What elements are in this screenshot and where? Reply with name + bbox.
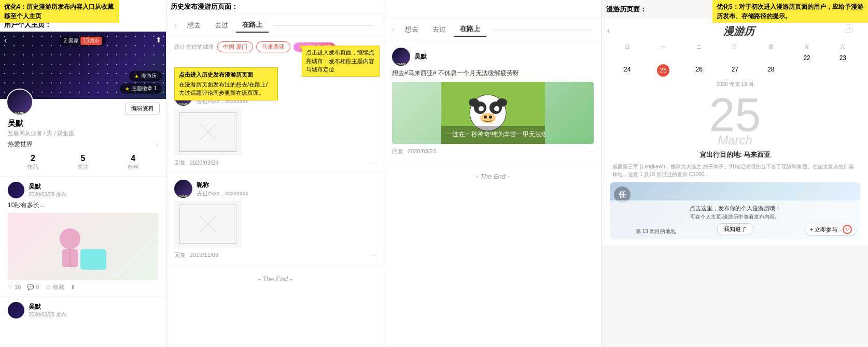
cal-day-25-today[interactable]: 25 [657,64,669,77]
cal-day-23[interactable]: 23 [825,53,860,63]
stat-works-num: 2 [8,154,58,163]
history-post-2-date: 2019/11/09 [190,252,218,258]
tab-been[interactable]: 去过 [208,19,234,32]
feed-post-1-name: 吴默 [414,52,427,61]
cal-nav-btn[interactable]: ‹ [607,26,610,35]
post-2-date: 2020/03/05 发布: [29,311,68,319]
feed-post-1-text: 想去#马来西亚# 不休息一个月无法缓解疲劳呀 [392,69,594,78]
history-post-2-subtitle: 去过#xxx，xxxxxxxx [197,190,248,197]
feed-post-1-more[interactable]: ··· [587,147,594,155]
cal-days: 22 23 24 25 26 27 28 [610,53,860,77]
stat-following-num: 5 [58,154,108,163]
weekday-6: 六 [825,44,860,51]
svg-rect-2 [80,249,106,270]
tabs-nav-prev[interactable]: ‹ [174,21,177,30]
feed-tab-been[interactable]: 去过 [426,23,452,36]
tab-on-road[interactable]: 在路上 [236,18,269,33]
svg-point-16 [489,115,492,119]
comment-action-1[interactable]: 💬 0 [27,283,39,291]
post-1-image [8,213,158,280]
weekday-5: 五 [789,44,824,51]
user-name: 吴默 [8,119,158,128]
stat-following[interactable]: 5 关注 [58,154,108,171]
history-post-2-more[interactable]: ··· [370,251,376,259]
feed-avatar-1: CAME [392,48,410,66]
feed-tab-want[interactable]: 想去 [399,23,425,36]
week-destination-label: 第 13 周目的地地 [636,228,676,235]
came-logo: CAME [14,111,25,114]
feed-tab-onroad[interactable]: 在路上 [454,22,486,37]
feed-tabs-row: ‹ 想去 去过 在路上 [384,18,601,41]
svg-point-13 [494,106,499,111]
edit-profile-btn[interactable]: 编辑资料 [125,103,160,114]
feed-end-mark: - The End - [384,162,601,191]
post-1-date: 2020/03/09 发布: [29,191,68,198]
cal-card-subtitle: 可在个人主页-漫游历中查看发布内容。 [615,213,855,221]
cal-big-num: 25 [610,92,860,138]
share-action-1[interactable]: ⬆ [71,283,75,291]
cal-day-24[interactable]: 24 [610,64,645,77]
panel-history-header: 历史发布漫游历页面： [166,0,384,14]
svg-point-12 [479,106,484,111]
weekday-0: 日 [610,44,645,51]
calendar-panel-label: 漫游历页面： [606,5,647,14]
history-tabs-row: ‹ 想去 去过 在路上 [166,14,384,37]
stat-followers[interactable]: 4 粉丝 [108,154,158,171]
weekday-3: 三 [718,44,752,51]
cal-day-26[interactable]: 26 [682,64,717,77]
history-end-mark: - The End - [166,266,384,292]
cal-header: 漫游历 [618,24,860,38]
feed-tabs-prev[interactable]: ‹ [392,25,395,34]
tab-want-to-go[interactable]: 想去 [181,19,207,32]
history-post-2-name: 昵称 [197,181,248,190]
city-filter-label: 统计去过的城市 [174,43,214,51]
cal-big-date: 25 March [610,89,860,150]
tooltip-enter-history: 点击进入历史发布漫游历页面 在漫游历页面发布过的想去/在路上/去过话题评论同步更… [174,67,278,100]
cal-day-22[interactable]: 22 [789,53,824,63]
cal-promo-card: 任 点击这里，发布你的个人漫游历哦！ 可在个人主页-漫游历中查看发布内容。 我知… [610,182,860,239]
cal-card-btn[interactable]: 我知道了 [717,223,753,235]
country-badge: 2 国家 15城市 [60,36,106,46]
feed-post-1-reply[interactable]: 回复 [392,148,403,155]
history-post-1-more[interactable]: ··· [370,158,376,167]
svg-point-17 [469,98,479,107]
post-item-2: 吴默 2020/03/05 发布: [0,297,166,326]
user-interests: 热爱世界 › [8,140,158,149]
history-post-1-reply[interactable]: 回复 [174,159,186,167]
tooltip-publish: 点击进入发布页面，继续点亮城市：发布相应主题内容与城市定位 [302,46,380,77]
city-tag-china[interactable]: 中国·厦门 [217,41,253,52]
svg-text:一连在一秒神奇!纯为辛苦一甲无法缓解疲劳: 一连在一秒神奇!纯为辛苦一甲无法缓解疲劳 [446,131,545,138]
cal-card-text: 点击这里，发布你的个人漫游历哦！ [615,205,855,212]
post-1-username: 吴默 [29,182,68,191]
post-1-text: 10秒有多长... [8,201,158,210]
user-info: 互联网从业者 / 男 / 双鱼座 [8,129,158,137]
cal-day-27[interactable]: 27 [718,64,752,77]
post-item-1: 吴默 2020/03/09 发布: 10秒有多长... ♡ 16 [0,177,166,297]
cover-share-btn[interactable]: ⬆ [156,36,162,44]
post-avatar-1 [8,182,24,198]
svg-point-0 [60,228,80,249]
history-panel-label: 历史发布漫游历页面： [171,2,238,11]
city-tag-malaysia[interactable]: 马来西亚 [256,41,290,52]
user-avatar: CAME [6,89,33,115]
history-post-2-reply[interactable]: 回复 [174,251,186,259]
history-post-2: CAME 昵称 去过#xxx，xxxxxxxx 回复 2019/11/09 ··… [166,174,384,266]
svg-point-15 [484,115,487,119]
cal-day-28[interactable]: 28 [753,64,788,77]
optimization4-label: 优化4：历史漫游历发布内容入口从收藏移至个人主页 [0,0,119,23]
cal-weekdays: 日 一 二 三 四 五 六 [610,44,860,51]
optimization5-label: 优化5：对于初次进入漫游历页面的用户，应给予漫游历发布、存储路径的提示。 [712,0,868,23]
cal-week-label: 2020 年第 13 周 [610,81,860,88]
stat-works[interactable]: 2 作品 [8,154,58,171]
collect-action-1[interactable]: ☆ 收藏 [45,283,64,291]
weekday-1: 一 [646,44,680,51]
travel-history-tag[interactable]: ★ 漫游历 [129,71,162,81]
history-avatar-2: CAME [174,180,192,198]
feed-post-1-image: 一连在一秒神奇!纯为辛苦一甲无法缓解疲劳 [392,82,594,144]
like-action-1[interactable]: ♡ 16 [8,283,21,291]
post-1-actions: ♡ 16 💬 0 ☆ 收藏 ⬆ [8,283,158,291]
weekday-4: 四 [753,44,788,51]
cal-join-btn[interactable]: + 立即参与 › ↻ [806,224,856,235]
user-profile-panel: 用户个人主页： ‹ ⬆ 2 国家 15城市 ★ [0,18,166,326]
cover-back-btn[interactable]: ‹ [4,36,7,45]
